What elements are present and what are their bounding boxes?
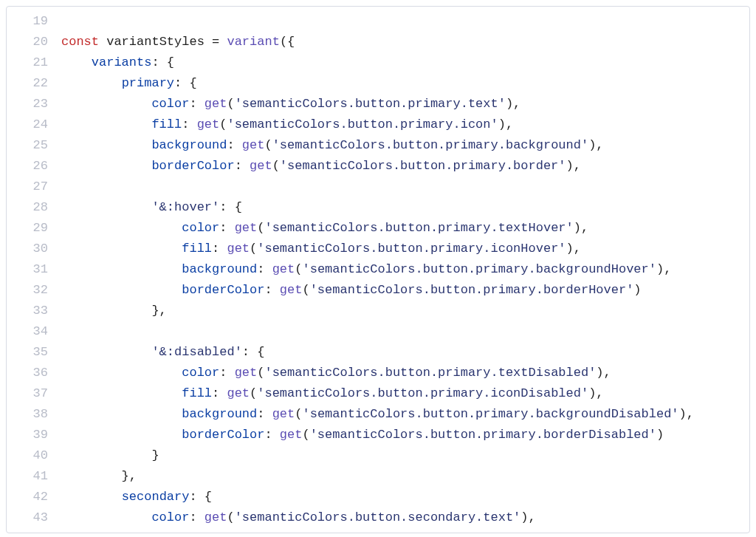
code-line: 26 borderColor: get('semanticColors.butt… [7,156,749,177]
token-punc [61,510,151,524]
token-punc: : [264,283,279,297]
line-number: 37 [7,383,61,404]
code-line: 32 borderColor: get('semanticColors.butt… [7,280,749,301]
token-prop-blue: borderColor [182,428,264,442]
token-punc: ( [302,283,309,297]
code-line: 33 }, [7,301,749,321]
token-punc [61,55,92,69]
line-content: color: get('semanticColors.button.second… [61,507,749,528]
line-content: borderColor: get('semanticColors.button.… [61,280,749,301]
token-punc: : [264,428,279,442]
line-content: fill: get('semanticColors.button.primary… [61,114,749,135]
token-punc: ), [588,138,603,152]
line-content: } [61,445,749,466]
token-prop-blue: fill [182,242,212,256]
line-content [61,321,749,342]
token-prop-blue: background [151,138,227,152]
token-str: 'semanticColors.button.primary.backgroun… [302,262,656,276]
line-number: 27 [7,177,61,197]
token-punc: : [257,407,272,421]
line-number: 40 [7,445,61,466]
token-str: 'semanticColors.button.primary.icon' [227,117,498,131]
token-punc: }, [61,469,137,483]
token-prop-blue: color [151,510,189,524]
token-punc: : { [151,55,174,69]
code-line: 28 '&:hover': { [7,197,749,218]
token-punc: ), [656,262,671,276]
token-str: 'semanticColors.button.primary.iconDisab… [257,386,588,400]
code-line: 29 color: get('semanticColors.button.pri… [7,218,749,239]
token-punc [61,386,182,400]
token-punc: ( [227,97,234,111]
token-punc [61,76,122,90]
line-number: 26 [7,156,61,177]
token-punc [61,407,182,421]
line-number: 25 [7,135,61,156]
token-punc: ( [264,138,272,152]
token-prop-blue: color [182,221,219,235]
token-punc [61,138,151,152]
token-punc: ), [574,221,588,235]
line-number: 42 [7,487,61,507]
token-punc: ( [295,407,302,421]
token-punc: : [189,97,204,111]
line-content: primary: { [61,73,749,94]
token-punc: ( [219,117,227,131]
line-content: color: get('semanticColors.button.primar… [61,363,749,383]
line-content: '&:disabled': { [61,342,749,363]
token-punc: ), [596,366,611,380]
token-prop-blue: color [182,366,219,380]
line-number: 38 [7,404,61,425]
code-line: 23 color: get('semanticColors.button.pri… [7,94,749,114]
token-punc [61,283,182,297]
token-punc [61,345,151,359]
token-punc: ( [250,386,257,400]
token-punc: ({ [280,35,295,49]
token-fn: variant [227,35,279,49]
line-number: 43 [7,507,61,528]
token-fn: get [272,262,295,276]
line-number: 36 [7,363,61,383]
line-content: fill: get('semanticColors.button.primary… [61,383,749,404]
code-line: 43 color: get('semanticColors.button.sec… [7,507,749,528]
code-snippet-frame: 19 20const variantStyles = variant({21 v… [6,6,750,533]
line-content [61,11,749,32]
line-number: 22 [7,73,61,94]
token-str: 'semanticColors.button.primary.borderHov… [310,283,634,297]
token-str: '&:disabled' [151,345,241,359]
code-line: 19 [7,11,749,32]
token-punc: : [212,386,227,400]
code-line: 41 }, [7,466,749,487]
line-number: 20 [7,32,61,52]
token-str: 'semanticColors.button.primary.border' [280,159,566,173]
token-str: 'semanticColors.button.primary.iconHover… [257,242,566,256]
token-punc [61,117,151,131]
token-punc: ( [302,428,309,442]
token-fn: get [272,407,295,421]
token-punc [61,97,151,111]
token-punc: ), [506,97,520,111]
token-prop-blue: color [151,97,189,111]
line-number: 41 [7,466,61,487]
token-punc: ( [227,510,234,524]
token-punc [61,221,182,235]
token-str: 'semanticColors.button.primary.borderDis… [310,428,656,442]
token-fn: get [205,97,227,111]
token-fn: get [227,242,250,256]
line-content: }, [61,466,749,487]
token-prop-blue: variants [92,55,152,69]
code-line: 42 secondary: { [7,487,749,507]
token-prop-blue: secondary [122,490,190,504]
token-punc: : { [242,345,265,359]
code-block: 19 20const variantStyles = variant({21 v… [7,7,749,533]
token-punc: } [61,448,159,462]
token-punc: : [182,117,196,131]
token-fn: get [280,283,303,297]
code-line: 24 fill: get('semanticColors.button.prim… [7,114,749,135]
token-punc: ) [633,283,641,297]
token-punc [61,262,182,276]
token-punc: ( [295,262,302,276]
code-line: 40 } [7,445,749,466]
token-punc: ), [520,510,535,524]
token-punc: ( [257,221,264,235]
